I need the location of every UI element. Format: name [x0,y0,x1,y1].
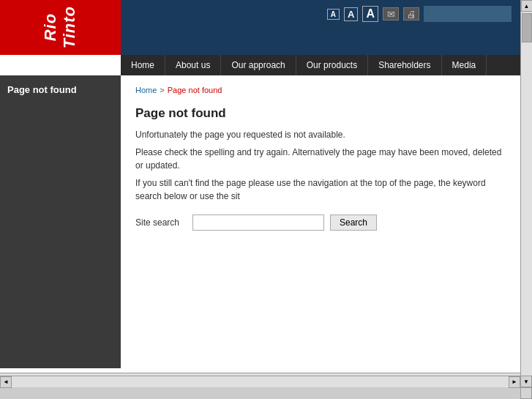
content-area: Page not found Home > Page not found Pag… [0,75,520,368]
error-line2: Please check the spelling and try again.… [135,146,506,172]
scroll-down-button[interactable]: ▼ [520,376,532,387]
error-line1: Unfortunately the page you requested is … [135,128,506,141]
nav-home[interactable]: Home [121,55,165,75]
scroll-left-button[interactable]: ◄ [0,376,12,388]
logo-area: Rio Tinto [0,0,121,55]
horizontal-scrollbar[interactable]: ◄ ► [0,376,520,387]
breadcrumb-separator: > [160,86,164,94]
font-large-button[interactable]: A [362,6,378,22]
header-search-input[interactable] [424,6,512,22]
font-medium-button[interactable]: A [344,7,358,21]
error-title: Page not found [135,106,506,121]
nav-approach[interactable]: Our approach [221,55,296,75]
nav-products[interactable]: Our products [296,55,368,75]
scroll-thumb[interactable] [522,13,532,42]
main-content: Home > Page not found Page not found Unf… [121,75,520,368]
vertical-scrollbar[interactable]: ▲ [520,0,532,384]
logo: Rio Tinto [41,6,80,48]
nav-about[interactable]: About us [165,55,221,75]
site-search-label: Site search [135,217,187,228]
nav-shareholders[interactable]: Shareholders [368,55,441,75]
site-search-row: Site search Search [135,215,506,231]
scrollbar-corner [520,387,532,399]
navbar: Home About us Our approach Our products … [121,55,520,75]
header-right: A A A ✉ 🖨 [121,0,520,55]
search-button[interactable]: Search [330,215,377,231]
breadcrumb: Home > Page not found [135,86,506,94]
site-search-input[interactable] [192,215,324,231]
header-tools: A A A ✉ 🖨 [327,6,512,22]
nav-media[interactable]: Media [442,55,487,75]
email-icon[interactable]: ✉ [383,7,399,20]
error-line3: If you still can't find the page please … [135,176,506,203]
scroll-right-button[interactable]: ► [509,376,520,388]
breadcrumb-current: Page not found [168,86,222,94]
sidebar-page-title: Page not found [7,84,113,95]
sidebar: Page not found [0,75,121,368]
print-icon[interactable]: 🖨 [403,7,419,20]
scroll-up-button[interactable]: ▲ [521,0,533,12]
font-small-button[interactable]: A [327,9,340,20]
breadcrumb-home-link[interactable]: Home [135,86,157,94]
header: Rio Tinto A A A ✉ 🖨 [0,0,520,55]
